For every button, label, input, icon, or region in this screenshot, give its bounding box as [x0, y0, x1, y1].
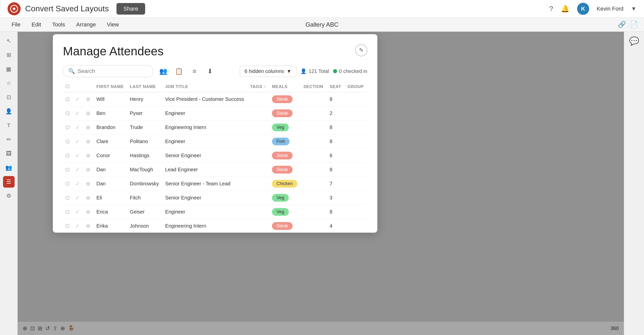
menu-edit[interactable]: Edit [26, 21, 47, 28]
header-section[interactable]: SECTION [300, 82, 327, 92]
modal-close-button[interactable]: ✎ [355, 44, 367, 56]
header-meals[interactable]: MEALS [269, 82, 300, 92]
header-lastname[interactable]: LAST NAME [127, 82, 162, 92]
row-add-cell[interactable]: ⊕ [83, 205, 93, 219]
sidebar-star-icon[interactable]: ☆ [3, 77, 15, 89]
sidebar-pen-icon[interactable]: ✏ [3, 134, 15, 145]
notifications-icon[interactable]: 🔔 [561, 5, 570, 13]
add-attendee-icon[interactable]: ⊕ [86, 152, 90, 159]
row-checkbox[interactable] [66, 210, 69, 214]
menu-file[interactable]: File [6, 21, 26, 28]
export-button[interactable]: 📋 [173, 65, 185, 77]
header-jobtitle[interactable]: JOB TITLE [162, 82, 247, 92]
row-checkbox[interactable] [66, 154, 69, 157]
header-group[interactable]: GROUP [344, 82, 367, 92]
table-row[interactable]: ✓ ⊕ Will Henry Vice President - Customer… [63, 92, 367, 106]
add-attendee-icon[interactable]: ⊕ [86, 110, 90, 116]
manage-attendees-modal: Manage Attendees ✎ 🔍 👥 📋 ≡ ⬇ 6 hidden [53, 34, 377, 233]
filter-button[interactable]: ≡ [189, 65, 200, 77]
add-attendee-icon[interactable]: ⊕ [86, 223, 90, 229]
table-row[interactable]: ✓ ⊕ Conor Hastings Senior Engineer Steak… [63, 149, 367, 163]
select-all-checkbox[interactable] [66, 85, 69, 88]
table-row[interactable]: ✓ ⊕ Dan MacTough Lead Engineer Steak 8 [63, 163, 367, 177]
table-row[interactable]: ✓ ⊕ Clare Politano Engineer Fish 8 [63, 135, 367, 149]
menu-arrange[interactable]: Arrange [71, 21, 101, 28]
row-add-cell[interactable]: ⊕ [83, 135, 93, 149]
row-checkbox-cell[interactable] [63, 135, 72, 149]
add-attendee-icon[interactable]: ⊕ [86, 138, 90, 145]
row-checkbox-cell[interactable] [63, 177, 72, 191]
row-checkbox[interactable] [66, 98, 69, 101]
download-button[interactable]: ⬇ [204, 65, 216, 77]
sidebar-list-icon[interactable]: ☰ [3, 176, 15, 188]
share-button[interactable]: Share [116, 3, 145, 15]
link-icon[interactable]: 🔗 [618, 21, 626, 28]
sidebar-image-icon[interactable]: 🖼 [3, 148, 15, 159]
table-row[interactable]: ✓ ⊕ Ben Pyser Engineer Steak 2 [63, 106, 367, 120]
menu-view[interactable]: View [101, 21, 124, 28]
avatar[interactable]: K [577, 3, 589, 15]
add-attendee-icon[interactable]: ⊕ [86, 195, 90, 201]
sidebar-settings-icon[interactable]: ⚙ [3, 190, 15, 202]
row-checkbox[interactable] [66, 112, 69, 115]
sidebar-table-icon[interactable]: ▦ [3, 63, 15, 75]
row-section [300, 149, 327, 163]
row-checkbox[interactable] [66, 224, 69, 228]
attendees-table-container[interactable]: FIRST NAME LAST NAME JOB TITLE TAGS ↑ ME… [63, 82, 367, 233]
help-icon[interactable]: ? [549, 5, 553, 13]
modal-overlay[interactable]: Manage Attendees ✎ 🔍 👥 📋 ≡ ⬇ 6 hidden [18, 32, 624, 335]
row-add-cell[interactable]: ⊕ [83, 177, 93, 191]
header-firstname[interactable]: FIRST NAME [93, 82, 127, 92]
add-attendee-icon[interactable]: ⊕ [86, 181, 90, 187]
row-checkbox[interactable] [66, 126, 69, 129]
row-checkbox[interactable] [66, 182, 69, 185]
row-checkbox-cell[interactable] [63, 191, 72, 205]
row-add-cell[interactable]: ⊕ [83, 219, 93, 233]
sidebar-grid-icon[interactable]: ⊡ [3, 92, 15, 103]
row-checkbox[interactable] [66, 140, 69, 143]
sidebar-cursor-icon[interactable]: ↖ [3, 35, 15, 47]
row-checkbox-cell[interactable] [63, 106, 72, 120]
row-add-cell[interactable]: ⊕ [83, 120, 93, 135]
header-tags[interactable]: TAGS ↑ [247, 82, 269, 92]
header-select-all[interactable] [63, 82, 72, 92]
row-checkbox-cell[interactable] [63, 92, 72, 106]
row-checkbox-cell[interactable] [63, 205, 72, 219]
table-row[interactable]: ✓ ⊕ Eli Fitch Senior Engineer Veg 3 [63, 191, 367, 205]
table-row[interactable]: ✓ ⊕ Dan Dombrowsky Senior Engineer - Tea… [63, 177, 367, 191]
table-row[interactable]: ✓ ⊕ Brandon Trude Engineering Intern Veg… [63, 120, 367, 135]
import-contacts-button[interactable]: 👥 [157, 65, 169, 77]
pdf-icon[interactable]: 📄 [630, 21, 638, 28]
row-add-cell[interactable]: ⊕ [83, 191, 93, 205]
sidebar-apps-icon[interactable]: ⊞ [3, 49, 15, 61]
row-add-cell[interactable]: ⊕ [83, 163, 93, 177]
row-add-cell[interactable]: ⊕ [83, 92, 93, 106]
table-row[interactable]: ✓ ⊕ Erica Geiser Engineer Veg 8 [63, 205, 367, 219]
sidebar-people-icon[interactable]: 👥 [3, 162, 15, 174]
add-attendee-icon[interactable]: ⊕ [86, 96, 90, 102]
row-checkbox[interactable] [66, 168, 69, 171]
row-group [344, 135, 367, 149]
header-seat[interactable]: SEAT [327, 82, 344, 92]
row-tags [247, 135, 269, 149]
canvas-area[interactable]: Manage Attendees ✎ 🔍 👥 📋 ≡ ⬇ 6 hidden [18, 32, 624, 335]
right-sidebar-chat-icon[interactable]: 💬 [628, 35, 640, 47]
row-checkbox-cell[interactable] [63, 163, 72, 177]
user-menu-caret[interactable]: ▼ [631, 6, 636, 12]
add-attendee-icon[interactable]: ⊕ [86, 124, 90, 131]
search-input[interactable] [77, 68, 148, 74]
canvas-title: Gallery ABC [306, 21, 339, 28]
sidebar-text-icon[interactable]: T [3, 120, 15, 131]
row-add-cell[interactable]: ⊕ [83, 106, 93, 120]
add-attendee-icon[interactable]: ⊕ [86, 209, 90, 215]
hidden-columns-dropdown[interactable]: 6 hidden columns ▼ [240, 66, 296, 77]
row-add-cell[interactable]: ⊕ [83, 149, 93, 163]
row-checkbox-cell[interactable] [63, 120, 72, 135]
table-row[interactable]: ✓ ⊕ Erika Johnson Engineering Intern Ste… [63, 219, 367, 233]
row-checkbox-cell[interactable] [63, 149, 72, 163]
add-attendee-icon[interactable]: ⊕ [86, 166, 90, 173]
row-checkbox[interactable] [66, 196, 69, 199]
row-checkbox-cell[interactable] [63, 219, 72, 233]
menu-tools[interactable]: Tools [47, 21, 70, 28]
sidebar-person-icon[interactable]: 👤 [3, 106, 15, 117]
